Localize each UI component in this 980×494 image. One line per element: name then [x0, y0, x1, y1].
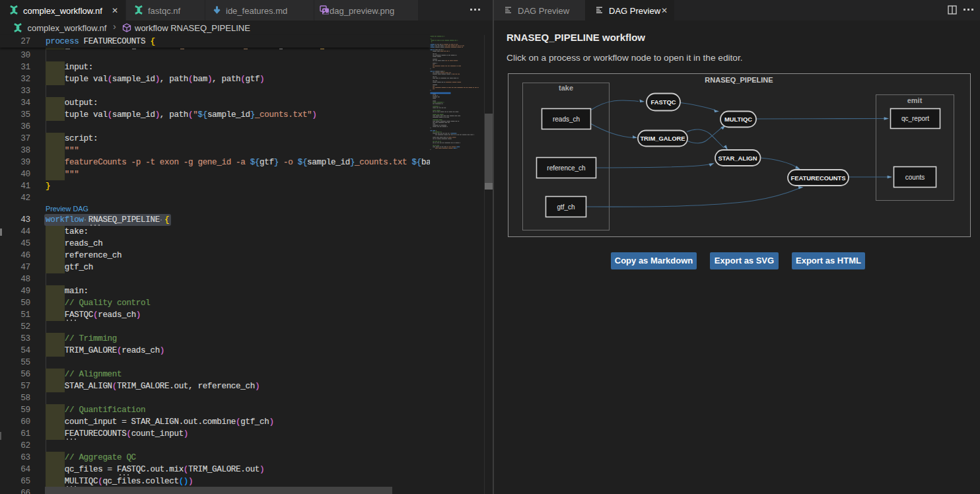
svg-text:RNASEQ_PIPELINE: RNASEQ_PIPELINE [705, 76, 773, 84]
svg-text:qc_report: qc_report [901, 115, 929, 122]
svg-text:FASTQC: FASTQC [650, 98, 676, 106]
svg-text:FEATURECOUNTS: FEATURECOUNTS [790, 174, 845, 182]
svg-text:TRIM_GALORE: TRIM_GALORE [640, 135, 685, 142]
svg-text:STAR_ALIGN: STAR_ALIGN [718, 155, 757, 162]
svg-text:reference_ch: reference_ch [547, 164, 585, 172]
svg-text:emit: emit [907, 96, 923, 104]
svg-text:take: take [559, 84, 573, 92]
svg-text:MULTIQC: MULTIQC [724, 116, 752, 123]
svg-text:gtf_ch: gtf_ch [557, 203, 575, 211]
svg-text:reads_ch: reads_ch [553, 116, 580, 123]
svg-text:counts: counts [905, 174, 925, 181]
